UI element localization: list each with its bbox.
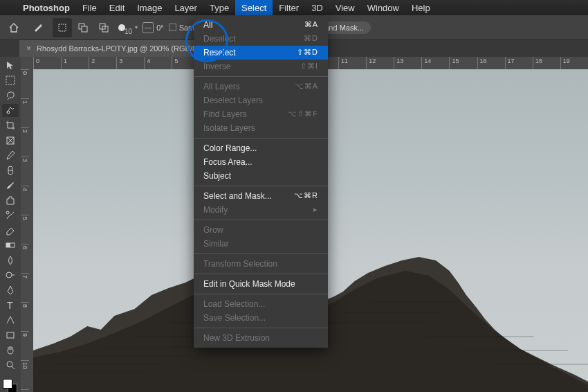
svg-rect-5 [6,76,15,84]
tool-crop[interactable] [2,119,19,132]
svg-text:T: T [7,300,13,311]
menu-item-save-selection: Save Selection... [194,311,328,325]
menu-separator [194,294,328,294]
checkbox-icon [169,24,176,31]
menu-3d[interactable]: 3D [305,0,329,15]
menu-view[interactable]: View [329,0,361,15]
menu-item-shortcut: ⌘A [304,20,318,30]
tool-eraser[interactable] [2,224,19,237]
menu-edit[interactable]: Edit [103,0,131,15]
menu-item-shortcut: ▸ [313,205,318,215]
tool-zoom[interactable] [2,359,19,372]
tool-gradient[interactable] [2,239,19,252]
menu-item-reselect[interactable]: Reselect⇧⌘D [194,46,328,60]
ruler-tick: 18 [533,57,560,69]
svg-point-12 [6,211,9,214]
ruler-tick: 7 [21,273,29,302]
menu-item-label: Grow [203,225,223,235]
menu-item-deselect-layers: Deselect Layers [194,93,328,107]
tool-clone[interactable] [2,194,19,207]
tool-eyedropper[interactable] [2,149,19,162]
menu-item-label: Save Selection... [203,313,266,323]
home-icon[interactable] [4,18,24,37]
ruler-tick: 0 [33,57,61,69]
menu-help[interactable]: Help [405,0,437,15]
tool-history-brush[interactable] [2,208,19,222]
ruler-tick: 1 [61,57,89,69]
ruler-tick: 4 [144,57,172,69]
menu-item-all[interactable]: All⌘A [194,18,328,32]
menu-item-label: Load Selection... [203,299,265,309]
menu-item-label: Edit in Quick Mask Mode [203,279,295,289]
tool-dodge[interactable] [2,269,19,282]
menu-layer[interactable]: Layer [168,0,203,15]
document-title: Rhosydd Barracks-LPOTY.jpg @ 200% (RGB/8… [37,44,202,53]
menu-item-color-range[interactable]: Color Range... [194,141,328,155]
ruler-tick: 9 [21,331,29,360]
menu-item-focus-area[interactable]: Focus Area... [194,155,328,169]
tool-type[interactable]: T [2,299,19,312]
menu-item-label: Inverse [203,62,230,71]
tool-move[interactable] [2,59,19,72]
close-tab-icon[interactable]: × [26,44,31,53]
menu-item-shortcut: ⇧⌘D [297,48,318,57]
tool-frame[interactable] [2,134,19,147]
ruler-vertical: 01234567891011 [21,69,33,392]
menu-window[interactable]: Window [361,0,405,15]
menu-item-modify: Modify▸ [194,203,328,217]
subtract-selection-icon[interactable] [94,18,113,37]
tool-preset-icon[interactable] [28,18,48,37]
tool-blur[interactable] [2,253,19,267]
chevron-down-icon: ▾ [135,24,138,30]
foreground-color-swatch[interactable] [3,379,12,389]
menu-item-label: Subject [203,171,231,181]
ruler-tick: 1 [21,98,29,127]
menu-select[interactable]: Select [235,0,273,15]
tool-healing[interactable] [2,163,19,177]
document-tab[interactable]: × Rhosydd Barracks-LPOTY.jpg @ 200% (RGB… [19,40,209,57]
tool-brush[interactable] [2,179,19,192]
menu-item-label: Select and Mask... [203,191,272,201]
tool-lasso[interactable] [2,89,19,102]
menu-item-deselect: Deselect⌘D [194,32,328,46]
ruler-corner [21,57,33,69]
tool-quick-select[interactable] [2,104,19,117]
svg-rect-2 [82,26,87,32]
menu-separator [194,328,328,328]
tool-rectangle[interactable] [2,329,19,342]
menu-separator [194,186,328,186]
ruler-tick: 16 [477,57,505,69]
menu-item-grow: Grow [194,223,328,237]
menu-image[interactable]: Image [131,0,168,15]
tool-hand[interactable] [2,344,19,357]
menu-item-all-layers: All Layers⌥⌘A [194,80,328,93]
brush-preset[interactable]: 10 ▾ [118,19,138,35]
menu-separator [194,76,328,77]
menu-item-label: All Layers [203,82,240,91]
angle-control[interactable]: 0° [143,22,164,33]
menu-item-select-and-mask[interactable]: Select and Mask...⌥⌘R [194,189,328,203]
menu-item-label: Deselect [203,34,236,44]
new-selection-icon[interactable] [53,18,72,37]
svg-point-15 [6,272,12,278]
add-selection-icon[interactable] [73,18,93,37]
menu-filter[interactable]: Filter [273,0,305,15]
menu-file[interactable]: File [76,0,103,15]
menu-item-label: Modify [203,205,228,215]
tool-marquee[interactable] [2,74,19,87]
menu-item-shortcut: ⌥⇧⌘F [288,109,318,119]
ruler-tick: 19 [560,57,588,69]
menu-item-label: All [203,20,212,30]
color-swatches[interactable] [3,379,18,392]
menu-item-edit-in-quick-mask-mode[interactable]: Edit in Quick Mask Mode [194,277,328,291]
brush-size-label: 10 [125,28,132,35]
tool-pen[interactable] [2,284,19,297]
tool-path[interactable] [2,314,19,327]
menu-item-subject[interactable]: Subject [194,169,328,183]
menu-item-label: Focus Area... [203,157,252,167]
menu-separator [194,253,328,254]
app-name[interactable]: Photoshop [17,3,76,13]
menu-type[interactable]: Type [203,0,235,15]
ruler-tick: 0 [21,69,29,98]
menu-item-label: Color Range... [203,143,257,153]
